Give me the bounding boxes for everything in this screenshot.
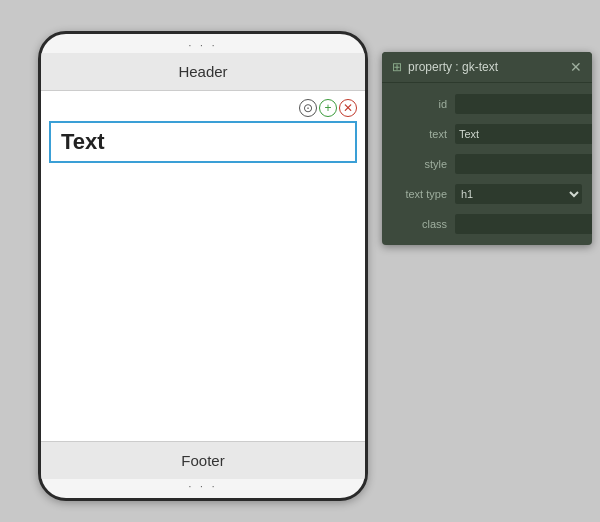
text-type-select[interactable]: h1 h2 h3 h4 h5 p span xyxy=(455,184,582,204)
panel-row-style: style xyxy=(382,149,592,179)
text-label: text xyxy=(392,128,447,140)
device-frame: · · · Header ⊙ + ✕ Text Footer · · · xyxy=(38,31,368,501)
panel-close-button[interactable]: ✕ xyxy=(570,60,582,74)
panel-grid-icon: ⊞ xyxy=(392,60,402,74)
id-field[interactable] xyxy=(455,94,592,114)
class-label: class xyxy=(392,218,447,230)
style-label: style xyxy=(392,158,447,170)
class-field[interactable] xyxy=(455,214,592,234)
id-label: id xyxy=(392,98,447,110)
device-header: Header xyxy=(41,53,365,91)
move-icon[interactable]: ⊙ xyxy=(299,99,317,117)
device-footer: Footer xyxy=(41,441,365,479)
panel-row-class: class xyxy=(382,209,592,239)
panel-title-area: ⊞ property : gk-text xyxy=(392,60,498,74)
panel-row-text: text xyxy=(382,119,592,149)
panel-body: id text style text type h1 h2 h3 h4 h5 p… xyxy=(382,83,592,245)
text-field[interactable] xyxy=(455,124,592,144)
device-content: ⊙ + ✕ Text xyxy=(41,91,365,441)
device-top-dots: · · · xyxy=(41,34,365,53)
panel-title: property : gk-text xyxy=(408,60,498,74)
panel-row-text-type: text type h1 h2 h3 h4 h5 p span xyxy=(382,179,592,209)
add-icon[interactable]: + xyxy=(319,99,337,117)
remove-icon[interactable]: ✕ xyxy=(339,99,357,117)
panel-header: ⊞ property : gk-text ✕ xyxy=(382,52,592,83)
property-panel: ⊞ property : gk-text ✕ id text style tex… xyxy=(382,52,592,245)
device-bottom-dots: · · · xyxy=(41,479,365,498)
panel-row-id: id xyxy=(382,89,592,119)
right-handle xyxy=(365,246,368,286)
left-handle xyxy=(38,246,41,286)
style-field[interactable] xyxy=(455,154,592,174)
text-element[interactable]: Text xyxy=(49,121,357,163)
action-icons-bar: ⊙ + ✕ xyxy=(49,99,357,117)
text-type-label: text type xyxy=(392,188,447,200)
